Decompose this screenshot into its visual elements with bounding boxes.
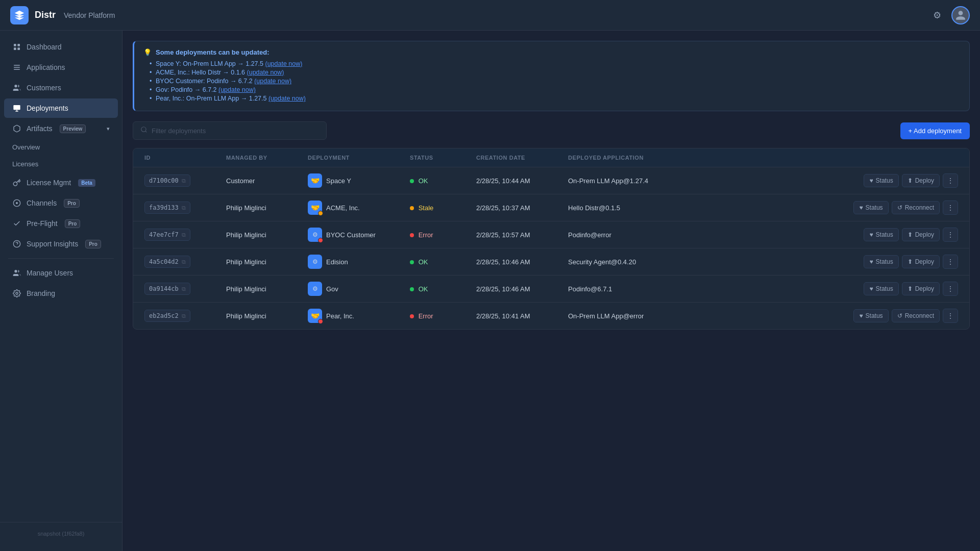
id-chip: fa39d133 ⧉ [144, 202, 190, 214]
copy-id-icon[interactable]: ⧉ [182, 259, 186, 265]
deployments-icon [12, 104, 21, 113]
search-input[interactable] [152, 127, 319, 135]
svg-rect-5 [13, 105, 20, 110]
sidebar-item-pre-flight[interactable]: Pre-Flight Pro [4, 214, 118, 233]
sidebar-licenses-label: Licenses [12, 160, 38, 168]
row-2-managed-by: Philip Miglinci [221, 198, 303, 218]
sidebar-item-licenses[interactable]: Licenses [4, 156, 118, 172]
sidebar-item-customers[interactable]: Customers [4, 78, 118, 97]
col-status: STATUS [405, 148, 471, 167]
heart-icon: ♥ [859, 204, 863, 211]
row-5-id: 0a9144cb ⧉ [139, 277, 221, 301]
copy-id-icon[interactable]: ⧉ [182, 178, 186, 184]
copy-id-icon[interactable]: ⧉ [182, 286, 186, 292]
alert-item-2-link[interactable]: (update now) [247, 69, 284, 76]
alert-item-1-link[interactable]: (update now) [265, 60, 302, 67]
sidebar-item-artifacts[interactable]: Artifacts Preview ▾ [4, 119, 118, 138]
col-managed-by: MANAGED BY [221, 148, 303, 167]
preflight-icon [12, 219, 21, 228]
alert-item-4-text: Gov: Podinfo → 6.7.2 [156, 86, 218, 93]
copy-id-icon[interactable]: ⧉ [182, 205, 186, 211]
add-deployment-button[interactable]: + Add deployment [900, 122, 970, 139]
more-button[interactable]: ⋮ [943, 173, 958, 188]
status-button[interactable]: ♥ Status [864, 282, 898, 295]
row-5-deployment: ⚙ Gov [303, 276, 405, 302]
row-3-id: 47ee7cf7 ⧉ [139, 222, 221, 247]
status-button[interactable]: ♥ Status [853, 201, 888, 214]
row-6-id: eb2ad5c2 ⧉ [139, 304, 221, 328]
id-chip: d7100c00 ⧉ [144, 174, 190, 187]
sidebar-channels-label: Channels [27, 199, 57, 207]
row-1-date: 2/28/25, 10:44 AM [471, 171, 563, 191]
sidebar-support-label: Support Insights [27, 240, 78, 248]
more-button[interactable]: ⋮ [943, 255, 958, 269]
apps-icon [12, 63, 21, 72]
col-creation-date: CREATION DATE [471, 148, 563, 167]
sidebar-item-branding[interactable]: Branding [4, 284, 118, 303]
reconnect-button[interactable]: ↺ Reconnect [892, 201, 940, 214]
status-button[interactable]: ♥ Status [864, 255, 898, 268]
alert-item-5-link[interactable]: (update now) [268, 95, 306, 102]
sidebar-item-channels[interactable]: Channels Pro [4, 193, 118, 213]
row-4-actions: ♥ Status ⬆ Deploy ⋮ [851, 248, 963, 275]
sidebar-item-dashboard[interactable]: Dashboard [4, 37, 118, 57]
settings-icon[interactable]: ⚙ [929, 7, 945, 23]
sidebar-item-applications[interactable]: Applications [4, 58, 118, 77]
deploy-button[interactable]: ⬆ Deploy [902, 174, 940, 187]
row-2-date: 2/28/25, 10:37 AM [471, 198, 563, 218]
sidebar-item-manage-users[interactable]: Manage Users [4, 263, 118, 283]
more-button[interactable]: ⋮ [943, 228, 958, 242]
alert-item-4-link[interactable]: (update now) [218, 86, 256, 93]
table-row: d7100c00 ⧉ Customer 🤝 Space Y OK 2/28/25… [133, 167, 969, 194]
support-icon [12, 239, 21, 248]
deploy-button[interactable]: ⬆ Deploy [902, 282, 940, 295]
svg-rect-3 [17, 47, 20, 50]
deploy-button[interactable]: ⬆ Deploy [902, 255, 940, 268]
alert-list: Space Y: On-Prem LLM App → 1.27.5 (updat… [143, 60, 960, 102]
app-icon: 🤝 [308, 173, 322, 188]
app-icon: ⚙ [308, 255, 322, 269]
alert-item-3-text: BYOC Customer: Podinfo → 6.7.2 [156, 78, 254, 85]
alert-item-3-link[interactable]: (update now) [254, 78, 291, 85]
row-3-date: 2/28/25, 10:57 AM [471, 225, 563, 245]
col-actions [851, 148, 963, 167]
heart-icon: ♥ [869, 231, 873, 238]
license-mgmt-badge: Beta [78, 179, 95, 187]
alert-item-2-text: ACME, Inc.: Hello Distr → 0.1.6 [156, 69, 247, 76]
more-button[interactable]: ⋮ [943, 309, 958, 323]
row-6-managed-by: Philip Miglinci [221, 306, 303, 326]
row-1-id: d7100c00 ⧉ [139, 168, 221, 193]
col-id: ID [139, 148, 221, 167]
avatar[interactable] [951, 6, 970, 24]
status-dot [410, 260, 414, 264]
status-button[interactable]: ♥ Status [864, 174, 898, 187]
status-button[interactable]: ♥ Status [864, 228, 898, 241]
svg-rect-2 [14, 47, 16, 50]
table-row: 4a5c04d2 ⧉ Philip Miglinci ⚙ Edision OK … [133, 248, 969, 276]
status-text: Error [419, 231, 433, 239]
sidebar-item-license-mgmt[interactable]: License Mgmt Beta [4, 173, 118, 192]
sidebar-artifacts-label: Artifacts [27, 124, 53, 133]
manage-users-icon [12, 268, 21, 278]
row-2-status: Stale [405, 198, 471, 218]
reconnect-button[interactable]: ↺ Reconnect [892, 309, 940, 322]
sidebar-item-deployments[interactable]: Deployments [4, 98, 118, 118]
row-1-status: OK [405, 171, 471, 191]
status-button[interactable]: ♥ Status [853, 309, 888, 322]
alert-item-3: BYOC Customer: Podinfo → 6.7.2 (update n… [150, 78, 960, 85]
copy-id-icon[interactable]: ⧉ [182, 313, 186, 319]
more-button[interactable]: ⋮ [943, 201, 958, 215]
row-2-app: Hello Distr@0.1.5 [563, 198, 851, 218]
deploy-button[interactable]: ⬆ Deploy [902, 228, 940, 241]
row-5-actions: ♥ Status ⬆ Deploy ⋮ [851, 276, 963, 302]
sidebar: Dashboard Applications Customers Deploym… [0, 31, 122, 551]
deploy-icon: ⬆ [908, 285, 913, 292]
copy-id-icon[interactable]: ⧉ [182, 232, 186, 238]
table-header: ID MANAGED BY DEPLOYMENT STATUS CREATION… [133, 148, 969, 167]
brand-subtitle: Vendor Platform [64, 11, 115, 19]
more-button[interactable]: ⋮ [943, 282, 958, 296]
search-icon [140, 126, 148, 135]
sidebar-item-support-insights[interactable]: Support Insights Pro [4, 234, 118, 254]
status-dot [410, 233, 414, 237]
sidebar-item-overview[interactable]: Overview [4, 139, 118, 155]
